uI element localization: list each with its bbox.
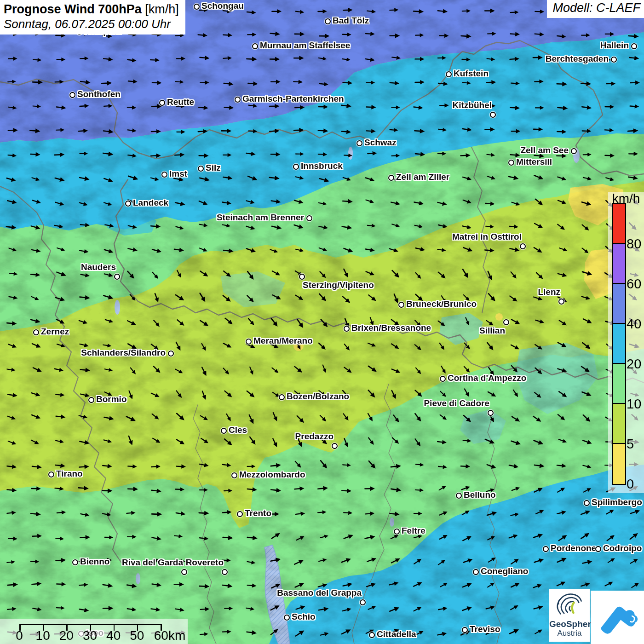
city-marker [72,559,78,565]
city-marker [221,428,227,434]
city-marker [631,43,637,49]
city-label: Matrei in Osttirol [452,232,522,242]
city-marker [293,164,299,170]
city-marker [279,394,285,400]
city-label: Zell am See [520,145,569,155]
mountain-logo [591,591,644,644]
city-marker [611,57,617,63]
scalebar-number: 20 [59,628,74,643]
city-label: Bormio [96,394,127,404]
legend-segment-yellow [613,444,625,484]
legend-tick-label: 20 [627,356,641,372]
city-marker [125,201,131,207]
city-marker [69,92,75,98]
city-marker [446,71,452,77]
page-title: Prognose Wind 700hPa [km/h] [4,2,179,17]
city-marker [194,4,200,10]
city-label: Imst [169,169,187,179]
city-label: Steinach am Brenner [217,213,304,223]
city-marker [456,493,462,499]
city-marker [388,175,394,181]
city-marker [356,140,362,146]
city-label: Cortina d'Ampezzo [448,373,526,383]
city-marker [344,326,350,332]
city-label: Cles [229,425,247,435]
city-marker [252,43,258,49]
city-label: Murnau am Staffelsee [260,40,350,51]
city-label: Feltre [402,526,426,536]
legend-tick-label: 5 [627,437,634,452]
city-marker [394,529,400,535]
city-label: Landeck [133,198,168,208]
city-label: Reutte [167,97,194,107]
forecast-datetime: Sonntag, 06.07.2025 00:00 Uhr [4,17,179,31]
city-marker [503,319,509,325]
legend-segment-cyan [613,324,625,364]
scalebar-number: 10 [36,628,50,643]
city-label: Trento [245,508,271,518]
city-label: Cittadella [377,629,416,639]
geosphere-contour-icon [553,589,586,618]
scalebar-number: 40 [106,628,121,643]
legend-segment-purple [613,244,625,284]
city-marker [168,351,174,356]
legend-tick-label: 0 [627,477,634,492]
city-marker [360,599,366,605]
legend-segment-yellowgreen [613,404,625,444]
scalebar-number: 30 [83,628,97,643]
city-marker [235,97,241,103]
city-label: Hallein [600,40,629,51]
legend-colorbar [612,203,626,485]
city-marker [306,215,312,221]
geosphere-logo: GeoSphere Austria [549,589,590,642]
city-label: Schwaz [364,138,397,148]
city-label: Silz [206,163,221,173]
city-marker [490,112,496,118]
mountain-cloud-icon [596,596,638,638]
city-marker [114,274,120,280]
city-label: Zernez [41,327,69,337]
legend-segment-blue [613,284,625,324]
city-marker [284,615,290,621]
city-marker [246,339,252,345]
city-marker [161,172,167,178]
legend-segment-red [613,204,625,244]
city-label: Garmisch-Partenkirchen [242,94,344,104]
city-label: Pordenone [551,543,596,553]
legend-tick-label: 10 [627,397,641,412]
city-marker [198,166,204,172]
legend-tick-label: 40 [627,316,641,332]
city-label: Riva del Garda [122,558,183,568]
city-label: Bad Tölz [333,16,369,26]
wind-forecast-map: SchongauBad TölzKemptenMurnau am Staffel… [0,0,644,644]
city-label: Mezzolombardo [239,470,305,480]
city-label: Sterzing/Vipiteno [303,280,374,290]
city-label: Pieve di Cadore [424,398,489,408]
city-marker [332,443,338,449]
title-unit: [km/h] [142,2,179,16]
city-label: Bienno [80,557,109,567]
title-box: Prognose Wind 700hPa [km/h] Sonntag, 06.… [0,0,185,34]
city-label: Meran/Merano [253,336,313,346]
scalebar: 0102030405060km [0,619,188,644]
city-label: Tirano [56,469,83,479]
city-label: Sillian [479,326,505,336]
city-label: Bruneck/Brunico [406,299,477,309]
city-marker [181,569,187,575]
city-marker [462,627,468,633]
city-label: Innsbruck [301,161,343,171]
city-label: Zell am Ziller [396,172,449,182]
city-label: Bozen/Bolzano [287,391,349,402]
legend-tick-label: 80 [627,236,641,252]
geosphere-name: GeoSphere [549,620,590,629]
city-label: Brixen/Bressanone [351,323,431,333]
city-marker [488,410,494,416]
city-label: Rovereto [186,558,224,568]
city-label: Kufstein [454,69,489,79]
city-marker [584,500,590,506]
city-label: Kitzbühel [453,100,492,110]
city-marker [508,160,514,166]
city-label: Schio [292,612,316,622]
city-marker [369,632,375,638]
legend-tick-label: 60 [627,276,641,292]
